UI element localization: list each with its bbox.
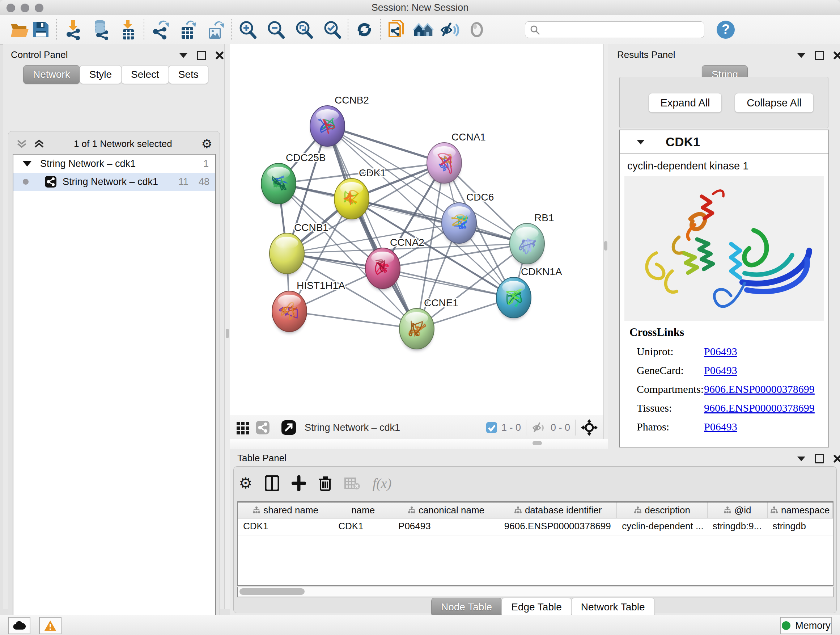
show-columns-icon[interactable] <box>265 475 279 491</box>
float-panel-icon[interactable] <box>197 51 206 60</box>
network-edge[interactable] <box>327 126 444 163</box>
table-cell[interactable]: P06493 <box>393 518 499 535</box>
tab-network[interactable]: Network <box>23 65 80 84</box>
panel-menu-icon[interactable] <box>180 53 187 58</box>
column-header[interactable]: description <box>617 502 707 518</box>
memory-button[interactable]: Memory <box>780 617 832 634</box>
table-cell[interactable]: 9606.ENSP00000378699 <box>499 518 617 535</box>
export-network-button[interactable] <box>150 19 171 40</box>
panel-menu-icon[interactable] <box>797 456 805 461</box>
network-list-toolbar: 1 of 1 Network selected ⚙ <box>8 135 219 152</box>
detach-view-icon[interactable] <box>281 420 297 435</box>
tab-sets[interactable]: Sets <box>169 65 208 84</box>
crosslink-link[interactable]: 9606.ENSP00000378699 <box>704 383 815 395</box>
float-panel-icon[interactable] <box>815 51 824 60</box>
node-label-cdk1: CDK1 <box>359 167 386 179</box>
open-session-button[interactable] <box>9 19 30 40</box>
table-cell[interactable]: CDK1 <box>333 518 393 535</box>
selected-checkbox-icon[interactable] <box>485 421 498 434</box>
crosslink-link[interactable]: 9606.ENSP00000378699 <box>704 402 815 414</box>
network-edge[interactable] <box>327 126 417 329</box>
table-horizontal-scrollbar[interactable] <box>237 587 834 597</box>
create-column-icon[interactable] <box>292 475 306 491</box>
float-panel-icon[interactable] <box>815 454 824 463</box>
column-header[interactable]: database identifier <box>499 502 617 518</box>
gene-header-row[interactable]: CDK1 <box>620 130 829 154</box>
table-cell[interactable]: cyclin-dependent ... <box>617 518 707 535</box>
network-edge[interactable] <box>289 311 417 329</box>
tab-network-table[interactable]: Network Table <box>571 598 655 616</box>
expand-all-button[interactable]: Expand All <box>649 93 722 112</box>
panel-splitter-left[interactable] <box>224 44 231 609</box>
column-header[interactable]: namespace <box>767 502 833 518</box>
table-cell[interactable]: stringdb <box>767 518 833 535</box>
expand-all-icon[interactable] <box>34 138 44 149</box>
delete-column-icon[interactable] <box>318 475 332 492</box>
crosslink-link[interactable]: P06493 <box>704 364 737 377</box>
warnings-button[interactable] <box>39 617 62 634</box>
grid-view-icon[interactable] <box>236 420 250 435</box>
cloud-status-button[interactable] <box>8 617 30 634</box>
column-header[interactable]: shared name <box>238 502 333 518</box>
tab-style[interactable]: Style <box>80 65 122 84</box>
export-table-button[interactable] <box>177 19 198 40</box>
hide-selected-button[interactable] <box>439 19 461 40</box>
network-node-ccna1[interactable] <box>427 143 462 185</box>
network-node-cdk1[interactable] <box>334 179 369 220</box>
network-node-cdc25b[interactable] <box>261 163 296 205</box>
tab-select[interactable]: Select <box>121 65 169 84</box>
copy-network-button[interactable] <box>386 19 407 40</box>
import-network-file-button[interactable] <box>63 19 84 40</box>
network-node-rb1[interactable] <box>510 223 545 265</box>
network-node-cdkn1a[interactable] <box>496 277 531 319</box>
tab-edge-table[interactable]: Edge Table <box>501 598 572 616</box>
column-header[interactable]: @id <box>707 502 767 518</box>
zoom-fit-button[interactable] <box>294 19 314 40</box>
table-row[interactable]: CDK1CDK1P064939606.ENSP00000378699cyclin… <box>238 518 833 535</box>
table-options-gear-icon[interactable]: ⚙ <box>239 476 253 491</box>
network-share-gray-icon[interactable] <box>256 420 270 435</box>
table-cell[interactable]: CDK1 <box>238 518 333 535</box>
crosslink-link[interactable]: P06493 <box>704 421 737 433</box>
search-input[interactable] <box>525 21 704 38</box>
gene-expander-icon[interactable] <box>637 140 645 144</box>
collection-expander-icon[interactable] <box>23 161 32 166</box>
network-row[interactable]: String Network – cdk1 11 48 <box>13 173 215 191</box>
table-cell[interactable]: stringdb:9... <box>707 518 767 535</box>
panel-menu-icon[interactable] <box>797 53 805 58</box>
zoom-out-button[interactable] <box>265 19 286 40</box>
export-image-button[interactable] <box>205 19 226 40</box>
show-hidden-button[interactable] <box>466 19 487 40</box>
network-edge[interactable] <box>383 268 514 298</box>
tab-node-table[interactable]: Node Table <box>431 598 502 616</box>
close-panel-icon[interactable] <box>834 455 840 463</box>
column-header[interactable]: name <box>333 502 393 518</box>
apply-layout-button[interactable] <box>354 19 375 40</box>
network-node-hist1h1a[interactable] <box>272 291 307 333</box>
scrollbar-thumb[interactable] <box>240 588 305 595</box>
birdseye-crosshair-icon[interactable] <box>581 419 598 436</box>
node-table[interactable]: shared namenamecanonical namedatabase id… <box>237 501 834 586</box>
crosslink-link[interactable]: P06493 <box>704 345 737 358</box>
zoom-in-button[interactable] <box>237 19 258 40</box>
hidden-counter: 0 - 0 <box>551 422 570 433</box>
node-label-ccna2: CCNA2 <box>390 237 424 248</box>
close-panel-icon[interactable] <box>834 51 840 59</box>
network-canvas[interactable]: CCNB2CCNA1CDC25BCDK1CDC6RB1CCNB1CCNA2CDK… <box>230 44 603 416</box>
network-options-gear-icon[interactable]: ⚙ <box>202 138 212 150</box>
network-node-cdc6[interactable] <box>442 203 477 245</box>
collapse-all-button[interactable]: Collapse All <box>735 93 813 112</box>
help-button[interactable]: ? <box>715 19 736 40</box>
hidden-eye-icon[interactable] <box>532 421 547 434</box>
network-node-ccnb1[interactable] <box>270 233 304 275</box>
zoom-selected-button[interactable] <box>322 19 343 40</box>
show-all-networks-button[interactable] <box>413 19 434 40</box>
import-table-file-button[interactable] <box>118 19 139 40</box>
column-header[interactable]: canonical name <box>393 502 499 518</box>
save-session-button[interactable] <box>30 19 51 40</box>
collapse-all-icon[interactable] <box>16 138 27 149</box>
close-panel-icon[interactable] <box>216 51 224 59</box>
network-node-ccne1[interactable] <box>399 309 434 350</box>
network-collection-row[interactable]: String Network – cdk1 1 <box>13 155 215 173</box>
import-network-database-button[interactable] <box>90 19 111 40</box>
